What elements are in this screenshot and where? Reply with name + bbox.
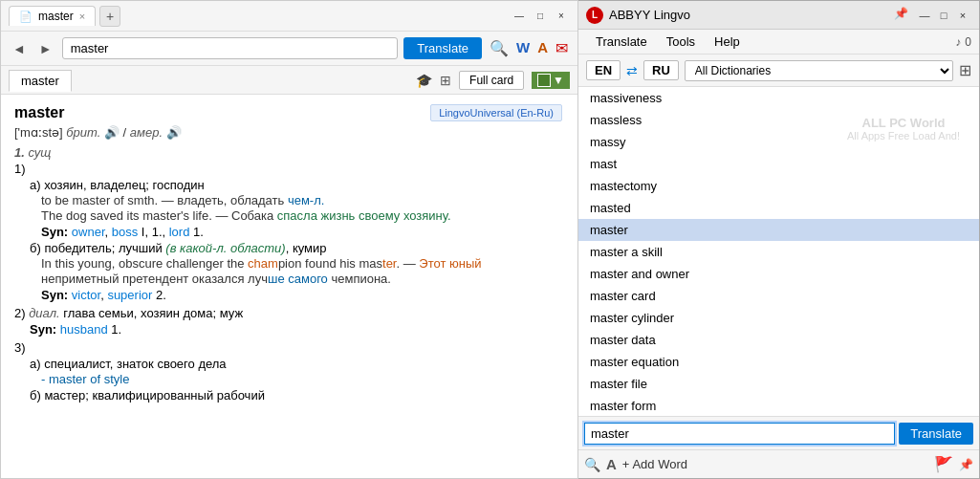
syn-links: owner, boss I, 1., lord 1. xyxy=(72,225,204,239)
minimize-button[interactable]: — xyxy=(511,8,528,25)
link-luchshe[interactable]: ше xyxy=(268,272,285,286)
syn-victor[interactable]: victor xyxy=(72,288,100,302)
flag-icon[interactable]: 🚩 xyxy=(934,455,953,473)
brit-label: брит. xyxy=(66,125,100,140)
pin-icon[interactable]: 📌 xyxy=(894,7,908,24)
phonetic-text: ['mɑːstə] xyxy=(14,125,66,140)
lingvo-close-button[interactable]: × xyxy=(954,7,971,24)
word-list-item[interactable]: master equation xyxy=(578,351,979,373)
w-icon[interactable]: W xyxy=(514,37,532,59)
from-lang-button[interactable]: EN xyxy=(586,60,621,80)
example-1b-2: неприметный претендент оказался лучше са… xyxy=(41,272,564,286)
lingvo-bottom-toolbar: 🔍 A + Add Word 🚩 📌 xyxy=(578,449,979,478)
syn-owner[interactable]: owner xyxy=(72,225,105,239)
syn-lord[interactable]: lord xyxy=(169,225,190,239)
a-icon[interactable]: A xyxy=(535,37,550,59)
source-badge: LingvoUniversal (En-Ru) xyxy=(430,104,562,121)
full-card-button[interactable]: Full card xyxy=(459,71,524,90)
close-button[interactable]: × xyxy=(553,8,570,25)
syn-boss[interactable]: boss xyxy=(112,225,138,239)
syn-husband[interactable]: husband xyxy=(60,322,108,337)
word-list-item[interactable]: master data xyxy=(578,329,979,351)
def-b: б) победитель; лучший (в какой-л. област… xyxy=(30,241,564,255)
back-button[interactable]: ◄ xyxy=(9,39,30,58)
browser-tab[interactable]: 📄 master × xyxy=(9,6,96,26)
lingvo-search-bar: EN ⇄ RU All Dictionaries ⊞ xyxy=(578,54,979,87)
word-list-item[interactable]: master and owner xyxy=(578,263,979,285)
syn-1b: Syn: victor, superior 2. xyxy=(41,288,564,302)
example-3a: - master of style xyxy=(41,372,564,386)
menu-help[interactable]: Help xyxy=(705,33,750,51)
lingvo-translate-button[interactable]: Translate xyxy=(899,423,973,445)
word-list-item[interactable]: massiveness xyxy=(578,87,979,109)
amer-audio-icon[interactable]: 🔊 xyxy=(166,125,182,140)
word-list-item[interactable]: master a skill xyxy=(578,241,979,263)
logo-text: L xyxy=(592,10,598,20)
mail-icon[interactable]: ✉ xyxy=(554,37,570,59)
address-bar[interactable]: master xyxy=(62,37,399,59)
word-list-item[interactable]: master file xyxy=(578,373,979,395)
lingvo-menubar: Translate Tools Help ♪ 0 xyxy=(578,30,979,54)
lingvo-maximize-button[interactable]: □ xyxy=(935,7,952,24)
word-list-mastectomy[interactable]: mastectomy xyxy=(578,175,979,197)
highlight-champion: cham xyxy=(248,256,278,271)
lingvo-search-input-row: Translate xyxy=(578,417,979,449)
def-3b: б) мастер; квалифицированный рабочий xyxy=(30,388,564,403)
brit-audio-icon[interactable]: 🔊 xyxy=(104,125,120,140)
def-num-3: 3) xyxy=(14,340,564,355)
bottom-pin-icon: 📌 xyxy=(959,458,973,471)
word-list-item[interactable]: master card xyxy=(578,285,979,307)
grid-icon[interactable]: ⊞ xyxy=(440,73,451,88)
left-panel: 📄 master × + — □ × ◄ ► master Translate … xyxy=(0,0,578,479)
link-chem[interactable]: чем-л. xyxy=(288,193,324,207)
search-icon[interactable]: 🔍 xyxy=(488,37,511,59)
add-icon: + xyxy=(622,457,630,471)
amer-label: амер. xyxy=(130,125,163,140)
separator: / xyxy=(123,125,130,140)
browser-toolbar: ◄ ► master Translate 🔍 W A ✉ xyxy=(1,32,577,66)
lingvo-menu-right: ♪ 0 xyxy=(955,35,971,49)
new-tab-button[interactable]: + xyxy=(99,6,120,27)
graduation-icon[interactable]: 🎓 xyxy=(416,73,432,88)
layout-icon[interactable]: ⊞ xyxy=(959,61,971,79)
syn-label-2: Syn: xyxy=(30,322,56,337)
word-list-master[interactable]: master xyxy=(578,219,979,241)
bottom-search-icon[interactable]: 🔍 xyxy=(584,457,600,472)
word-list-item[interactable]: massless xyxy=(578,109,979,131)
maximize-button[interactable]: □ xyxy=(532,8,549,25)
right-panel: L ABBYY Lingvo 📌 — □ × Translate Tools H… xyxy=(578,0,980,479)
color-button[interactable]: ▼ xyxy=(532,72,570,89)
add-word-button[interactable]: + Add Word xyxy=(622,457,687,471)
syn-superior[interactable]: superior xyxy=(107,288,152,302)
word-list-item[interactable]: mast xyxy=(578,153,979,175)
lingvo-titlebar: L ABBYY Lingvo 📌 — □ × xyxy=(578,1,979,30)
word-list-item[interactable]: masted xyxy=(578,197,979,219)
word-list-item[interactable]: master cylinder xyxy=(578,307,979,329)
highlight-russian: Этот юный xyxy=(419,256,481,271)
menu-tools[interactable]: Tools xyxy=(657,33,705,51)
word-list-item[interactable]: master form xyxy=(578,395,979,416)
forward-button[interactable]: ► xyxy=(35,39,56,58)
lingvo-minimize-button[interactable]: — xyxy=(916,7,933,24)
link-saved[interactable]: спасла жизнь своему хозяину. xyxy=(277,208,451,223)
word-list-item[interactable]: massy xyxy=(578,131,979,153)
word-tab-actions: 🎓 ⊞ Full card ▼ xyxy=(416,71,570,90)
lingvo-logo: L xyxy=(586,7,603,24)
bottom-font-icon[interactable]: A xyxy=(606,456,617,472)
word-tab[interactable]: master xyxy=(9,70,72,92)
dictionary-selector[interactable]: All Dictionaries xyxy=(685,60,953,81)
tab-close-button[interactable]: × xyxy=(79,11,85,22)
syn-1a: Syn: owner, boss I, 1., lord 1. xyxy=(41,225,564,239)
highlight-ter: ter xyxy=(382,256,396,271)
swap-icon[interactable]: ⇄ xyxy=(626,63,638,78)
link-samogo[interactable]: самого xyxy=(288,272,328,286)
translate-button[interactable]: Translate xyxy=(403,37,482,59)
to-lang-button[interactable]: RU xyxy=(643,60,679,80)
add-word-label: Add Word xyxy=(632,457,687,471)
syn-label-b: Syn: xyxy=(41,288,68,302)
syn-links-2: husband 1. xyxy=(60,322,121,337)
menu-translate[interactable]: Translate xyxy=(586,33,657,51)
lingvo-search-input[interactable] xyxy=(584,423,895,445)
lingvo-menus: Translate Tools Help xyxy=(586,33,750,51)
example-1a-2: The dog saved its master's life. — Собак… xyxy=(41,208,564,223)
